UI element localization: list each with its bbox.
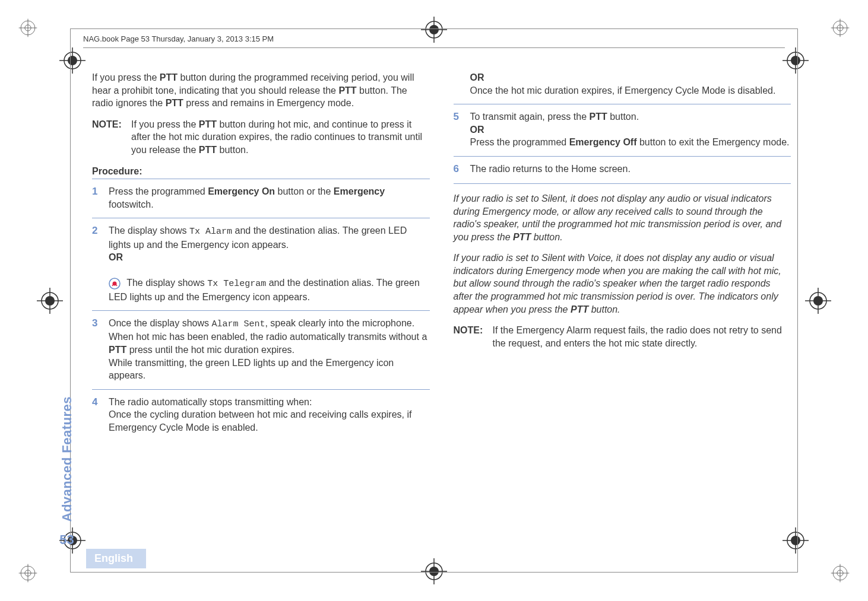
language-tag: English [86,549,146,568]
step-2-text-a: The display shows Tx Alarm and the desti… [109,225,407,249]
page-content: Advanced Features 53 If you press the PT… [50,71,791,548]
procedure-heading: Procedure: [92,165,430,178]
page-number: 53 [59,532,74,548]
step-1: 1 Press the programmed Emergency On butt… [92,179,430,218]
display-text: Alarm Sent [211,319,265,329]
step-5: 5 To transmit again, press the PTT butto… [454,104,791,157]
or-label: OR [109,252,123,262]
step-6: 6 The radio returns to the Home screen. [454,157,791,184]
step-4: 4 The radio automatically stops transmit… [92,390,430,441]
step-4-continued: OR Once the hot mic duration expires, if… [454,71,791,104]
registration-mark-icon [18,18,38,38]
step-3: 3 Once the display shows Alarm Sent, spe… [92,311,430,390]
step-body: To transmit again, press the PTT button.… [470,110,791,149]
crosshair-icon [805,288,831,314]
note-body: If you press the PTT button during hot m… [131,118,430,157]
step-number: 3 [92,317,102,382]
display-text: Tx Alarm [189,227,232,237]
right-column: OR Once the hot mic duration expires, if… [454,71,791,548]
intro-paragraph: If you press the PTT button during the p… [92,71,430,110]
silent-paragraph: If your radio is set to Silent, it does … [454,192,791,243]
section-label: Advanced Features [59,396,75,521]
running-head: NAG.book Page 53 Thursday, January 3, 20… [83,34,274,43]
step-4-line-1: The radio automatically stops transmitti… [109,397,312,407]
note-block: NOTE: If you press the PTT button during… [92,118,430,157]
step-2-text-b: The display shows Tx Telegram and the de… [109,278,420,301]
note-block-2: NOTE: If the Emergency Alarm request fai… [454,324,791,349]
step-3-line-2: While transmitting, the green LED lights… [109,358,394,381]
step-number: 5 [454,110,463,149]
silent-voice-paragraph: If your radio is set to Silent with Voic… [454,252,791,316]
header-rule [83,47,785,48]
step-body: The display shows Tx Alarm and the desti… [109,224,430,303]
note-label: NOTE: [454,324,487,349]
sidebar: Advanced Features 53 [50,71,83,548]
step-body: The radio returns to the Home screen. [470,163,791,176]
step-body: The radio automatically stops transmitti… [109,396,430,434]
step-body: Press the programmed Emergency On button… [109,185,430,211]
or-label: OR [470,125,484,135]
step-number: 6 [454,163,463,176]
step-2: 2 The display shows Tx Alarm and the des… [92,218,430,311]
note-body: If the Emergency Alarm request fails, th… [493,324,791,349]
registration-mark-icon [18,563,38,583]
step-4-cont-text: Once the hot mic duration expires, if Em… [470,85,776,96]
step-number-blank [454,71,463,97]
step-body: OR Once the hot mic duration expires, if… [470,71,791,97]
registration-mark-icon [830,563,850,583]
registration-mark-icon [830,18,850,38]
step-number: 4 [92,396,102,434]
emergency-icon [109,278,121,290]
step-number: 1 [92,185,102,211]
note-label: NOTE: [92,118,125,157]
left-column: If you press the PTT button during the p… [92,71,430,548]
step-body: Once the display shows Alarm Sent, speak… [109,317,430,382]
or-label: OR [470,72,484,82]
step-number: 2 [92,224,102,303]
step-4-line-2: Once the cycling duration between hot mi… [109,409,411,433]
display-text: Tx Telegram [207,279,266,289]
